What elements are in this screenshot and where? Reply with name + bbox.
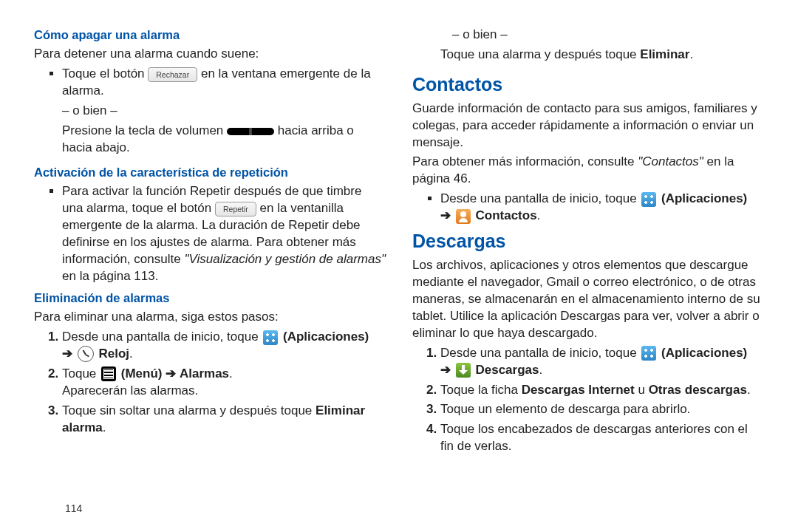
clock-icon — [78, 346, 94, 362]
label-alarmas: Alarmas — [180, 366, 229, 381]
text: Toque sin soltar una alarma y después to… — [62, 403, 316, 417]
label-otras-descargas: Otras descargas — [649, 383, 747, 397]
text: Guarde información de contacto para sus … — [412, 100, 764, 151]
label-descargas: Descargas — [475, 363, 539, 377]
contacts-icon — [456, 209, 471, 224]
text: Toque la ficha — [440, 383, 522, 397]
text: en la página 113. — [62, 269, 158, 283]
text: Desde una pantalla de inicio, toque — [62, 330, 262, 344]
step-item: Desde una pantalla de inicio, toque (Apl… — [62, 329, 386, 363]
step-item: Toque la ficha Descargas Internet u Otra… — [440, 382, 764, 399]
bullet-item: Desde una pantalla de inicio, toque (Apl… — [440, 191, 764, 225]
text: Desde una pantalla de inicio, toque — [440, 191, 640, 205]
step-item: Toque los encabezados de descargas anter… — [440, 421, 764, 455]
step-item: Toque (Menú) ➔ Alarmas. Aparecerán las a… — [62, 366, 386, 400]
heading-apagar-alarma: Cómo apagar una alarma — [34, 27, 386, 43]
step-item: Toque un elemento de descarga para abrir… — [440, 401, 764, 418]
or-divider: – o bien – — [412, 27, 764, 44]
heading-descargas: Descargas — [412, 229, 764, 254]
volume-rocker-icon — [227, 128, 274, 135]
heading-eliminar-alarmas: Eliminación de alarmas — [34, 290, 386, 306]
label-contactos: Contactos — [475, 208, 536, 222]
text: Los archivos, aplicaciones y otros eleme… — [412, 257, 764, 342]
heading-repeticion: Activación de la característica de repet… — [34, 164, 386, 180]
menu-icon — [101, 366, 116, 381]
text: Para obtener más información, consulte — [412, 154, 638, 168]
text: Desde una pantalla de inicio, toque — [440, 346, 640, 360]
apps-icon — [641, 192, 656, 207]
apps-icon — [641, 346, 656, 361]
label-menu: (Menú) — [121, 366, 163, 381]
text: Para eliminar una alarma, siga estos pas… — [34, 309, 386, 326]
apps-icon — [263, 330, 278, 345]
step-item: Toque sin soltar una alarma y después to… — [62, 403, 386, 437]
heading-contactos: Contactos — [412, 72, 764, 98]
label-reloj: Reloj — [98, 347, 129, 361]
text: Presione la tecla de volumen — [62, 123, 227, 137]
right-column: – o bien – Toque una alarma y después to… — [412, 27, 764, 458]
text: Para obtener más información, consulte "… — [412, 154, 764, 188]
arrow-icon: ➔ — [440, 208, 451, 222]
bullet-item: Para activar la función Repetir después … — [62, 183, 386, 285]
arrow-icon: ➔ — [166, 366, 176, 381]
cross-reference: "Contactos" — [638, 154, 703, 168]
text: Toque el botón — [62, 66, 148, 81]
repetir-chip: Repetir — [215, 202, 256, 216]
label-descargas-internet: Descargas Internet — [522, 383, 635, 397]
text: Toque una alarma y después toque — [440, 47, 640, 61]
text: Para detener una alarma cuando suene: — [34, 46, 386, 63]
text: u — [638, 383, 648, 397]
label-eliminar: Eliminar — [640, 47, 689, 61]
manual-page: Cómo apagar una alarma Para detener una … — [0, 0, 798, 466]
rechazar-chip: Rechazar — [148, 67, 197, 82]
text: Toque una alarma y después toque Elimina… — [412, 47, 764, 64]
label-aplicaciones: (Aplicaciones) — [283, 330, 369, 344]
arrow-icon: ➔ — [62, 347, 72, 361]
cross-reference: "Visualización y gestión de alarmas" — [184, 252, 386, 266]
downloads-icon — [456, 363, 471, 378]
or-divider: – o bien – — [62, 103, 386, 120]
step-item: Desde una pantalla de inicio, toque (Apl… — [440, 345, 764, 379]
bullet-item: Toque el botón Rechazar en la ventana em… — [62, 66, 386, 157]
text: Aparecerán las alarmas. — [62, 383, 386, 400]
left-column: Cómo apagar una alarma Para detener una … — [34, 27, 386, 458]
page-number: 114 — [65, 502, 82, 516]
arrow-icon: ➔ — [440, 363, 451, 377]
label-aplicaciones: (Aplicaciones) — [661, 346, 747, 360]
text: Toque — [62, 366, 100, 381]
label-aplicaciones: (Aplicaciones) — [661, 191, 747, 205]
